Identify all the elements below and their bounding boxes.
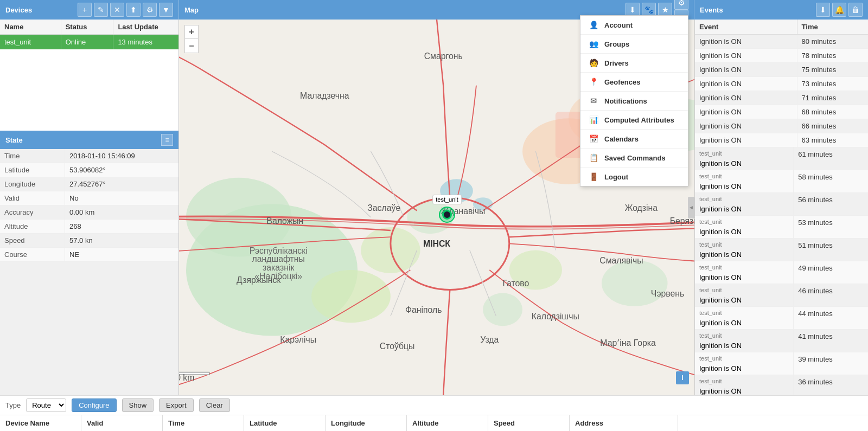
events-time: 61 minutes bbox=[794, 147, 868, 170]
events-time: 63 minutes bbox=[797, 133, 868, 147]
state-attribute-table: Time 2018-01-10 15:46:09 Latitude 53.906… bbox=[0, 149, 178, 395]
dropdown-item-computed-attributes[interactable]: 📊Computed Attributes bbox=[580, 111, 688, 130]
events-row[interactable]: Ignition is ON 73 minutes bbox=[695, 77, 868, 91]
clear-button[interactable]: Clear bbox=[199, 398, 230, 412]
events-event: Ignition is ON bbox=[695, 205, 793, 215]
marker-label: test_unit bbox=[432, 195, 462, 204]
state-value: 53.906082° bbox=[65, 163, 110, 177]
events-event: Ignition is ON bbox=[695, 228, 793, 238]
delete-device-button[interactable]: ✕ bbox=[110, 3, 124, 17]
events-event: Ignition is ON bbox=[695, 49, 797, 62]
events-trash-button[interactable]: 🗑 bbox=[848, 3, 863, 17]
gear-device-button[interactable]: ⚙ bbox=[143, 3, 157, 17]
add-device-button[interactable]: + bbox=[78, 3, 92, 17]
events-time: 56 minutes bbox=[794, 193, 868, 215]
main-content: Name Status Last Update test_unit Online… bbox=[0, 20, 868, 395]
top-bar: Devices + ✎ ✕ ⬆ ⚙ ▼ Map ⬇ 🐾 ★ ⚙ ▼ 👤Accou… bbox=[0, 0, 868, 20]
events-time: 68 minutes bbox=[797, 105, 868, 119]
marker-inner bbox=[442, 210, 452, 220]
dropdown-item-geofences[interactable]: 📍Geofences bbox=[580, 73, 688, 92]
dropdown-item-groups[interactable]: 👥Groups bbox=[580, 35, 688, 54]
events-row[interactable]: Ignition is ON 63 minutes bbox=[695, 133, 868, 147]
events-row[interactable]: test_unit Ignition is ON 44 minutes bbox=[695, 307, 868, 330]
map-zoom-controls: + − bbox=[184, 25, 199, 53]
dropdown-icon: 🧑 bbox=[588, 59, 599, 67]
dropdown-item-account[interactable]: 👤Account bbox=[580, 16, 688, 35]
map-resize-handle[interactable]: ◄ bbox=[688, 197, 694, 218]
devices-panel-header: Devices + ✎ ✕ ⬆ ⚙ ▼ bbox=[0, 0, 179, 20]
events-device: test_unit bbox=[695, 352, 738, 364]
svg-text:Узда: Узда bbox=[480, 335, 499, 344]
dropdown-item-notifications[interactable]: ✉Notifications bbox=[580, 92, 688, 111]
dropdown-item-saved-commands[interactable]: 📋Saved Commands bbox=[580, 149, 688, 168]
events-row[interactable]: Ignition is ON 66 minutes bbox=[695, 119, 868, 133]
svg-text:Стоўбцы: Стоўбцы bbox=[380, 342, 415, 351]
state-attribute: Accuracy bbox=[0, 205, 65, 219]
type-select[interactable]: Route Events Trips bbox=[26, 398, 66, 412]
state-row: Longitude 27.452767° bbox=[0, 177, 178, 191]
events-device: test_unit bbox=[695, 170, 738, 182]
events-event: Ignition is ON bbox=[695, 77, 797, 91]
zoom-out-button[interactable]: − bbox=[184, 39, 199, 53]
events-row[interactable]: test_unit Ignition is ON 61 minutes bbox=[695, 147, 868, 170]
events-row[interactable]: test_unit Ignition is ON 36 minutes bbox=[695, 375, 868, 395]
state-value: 0.00 km bbox=[65, 205, 99, 219]
events-row[interactable]: Ignition is ON 75 minutes bbox=[695, 63, 868, 77]
events-row[interactable]: test_unit Ignition is ON 49 minutes bbox=[695, 261, 868, 284]
vehicle-marker[interactable]: test_unit bbox=[439, 207, 455, 223]
devices-rows: test_unit Online 13 minutes bbox=[0, 35, 178, 49]
events-event: Ignition is ON bbox=[695, 273, 793, 284]
edit-device-button[interactable]: ✎ bbox=[94, 3, 108, 17]
export-button[interactable]: Export bbox=[159, 398, 194, 412]
events-row[interactable]: test_unit Ignition is ON 39 minutes bbox=[695, 352, 868, 375]
dropdown-device-button[interactable]: ▼ bbox=[159, 3, 173, 17]
devices-table-header: Name Status Last Update bbox=[0, 20, 178, 35]
events-event: Ignition is ON bbox=[695, 342, 793, 352]
events-time: 46 minutes bbox=[794, 284, 868, 306]
events-row[interactable]: test_unit Ignition is ON 58 minutes bbox=[695, 170, 868, 193]
report-col-valid: Valid bbox=[81, 415, 163, 431]
dropdown-item-drivers[interactable]: 🧑Drivers bbox=[580, 54, 688, 73]
events-panel: Event Time Ignition is ON 80 minutes Ign… bbox=[694, 20, 868, 395]
upload-device-button[interactable]: ⬆ bbox=[126, 3, 141, 17]
events-title: Events bbox=[700, 6, 723, 14]
state-attribute: Latitude bbox=[0, 163, 65, 177]
events-row[interactable]: test_unit Ignition is ON 41 minutes bbox=[695, 330, 868, 352]
dropdown-item-calendars[interactable]: 📅Calendars bbox=[580, 130, 688, 149]
dropdown-icon: 📊 bbox=[588, 115, 599, 124]
zoom-in-button[interactable]: + bbox=[184, 25, 199, 39]
configure-button[interactable]: Configure bbox=[72, 398, 116, 412]
svg-text:Жодзіна: Жодзіна bbox=[625, 203, 658, 213]
show-button[interactable]: Show bbox=[122, 398, 154, 412]
events-row[interactable]: Ignition is ON 78 minutes bbox=[695, 49, 868, 63]
events-time: 39 minutes bbox=[794, 352, 868, 375]
state-attribute: Course bbox=[0, 248, 65, 261]
gear-main-button[interactable]: ⚙ bbox=[674, 0, 688, 10]
events-device: test_unit bbox=[695, 330, 738, 342]
events-row[interactable]: test_unit Ignition is ON 53 minutes bbox=[695, 216, 868, 239]
state-attribute: Valid bbox=[0, 191, 65, 205]
state-value: 57.0 kn bbox=[65, 234, 97, 247]
events-row[interactable]: test_unit Ignition is ON 56 minutes bbox=[695, 193, 868, 216]
dropdown-label: Notifications bbox=[604, 97, 647, 105]
map-info-button[interactable]: i bbox=[676, 371, 689, 384]
devices-title: Devices bbox=[5, 6, 32, 14]
events-row[interactable]: Ignition is ON 80 minutes bbox=[695, 35, 868, 49]
dropdown-item-logout[interactable]: 🚪Logout bbox=[580, 168, 688, 186]
events-time: 80 minutes bbox=[797, 35, 868, 48]
svg-text:Смаргонь: Смаргонь bbox=[424, 52, 463, 61]
events-row[interactable]: Ignition is ON 68 minutes bbox=[695, 105, 868, 119]
events-save-button[interactable]: ⬇ bbox=[816, 3, 830, 17]
state-panel: State ≡ Time 2018-01-10 15:46:09 Latitud… bbox=[0, 131, 178, 395]
events-time: 75 minutes bbox=[797, 63, 868, 76]
events-row[interactable]: Ignition is ON 71 minutes bbox=[695, 91, 868, 105]
dropdown-label: Account bbox=[604, 21, 633, 29]
events-row[interactable]: test_unit Ignition is ON 51 minutes bbox=[695, 239, 868, 261]
events-bell-button[interactable]: 🔔 bbox=[832, 3, 846, 17]
device-row[interactable]: test_unit Online 13 minutes bbox=[0, 35, 178, 49]
events-device: test_unit bbox=[695, 284, 738, 296]
state-header: State ≡ bbox=[0, 131, 178, 149]
state-menu-button[interactable]: ≡ bbox=[161, 134, 173, 146]
events-row[interactable]: test_unit Ignition is ON 46 minutes bbox=[695, 284, 868, 307]
svg-text:Гатово: Гатово bbox=[502, 279, 529, 288]
